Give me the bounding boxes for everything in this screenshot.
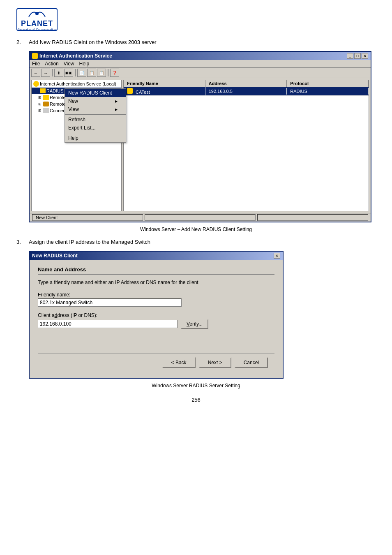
step2-header: 2. Add New RADIUS Cleint on the Windows … <box>16 39 376 45</box>
back-button[interactable]: < Back <box>162 357 196 368</box>
ctx-view[interactable]: View ▶ <box>65 105 126 113</box>
expand1: ⊞ <box>38 95 42 99</box>
toolbar-sep1 <box>52 69 53 76</box>
radius-clients-icon <box>40 88 46 93</box>
ias-titlebar: Internet Authentication Service _ □ × <box>30 52 371 60</box>
step2-text: Add New RADIUS Cleint on the Windows 200… <box>29 39 157 45</box>
fwd-btn[interactable]: → <box>41 69 50 77</box>
cancel-button[interactable]: Cancel <box>235 357 268 368</box>
column-headers: Friendly Name Address Protocol <box>124 80 369 87</box>
status-seg3 <box>257 214 368 221</box>
caption1: Windows Server – Add New RADIUS Client S… <box>16 227 376 232</box>
friendly-input[interactable] <box>38 298 182 307</box>
address-input[interactable] <box>38 320 178 328</box>
logo-wings <box>27 9 47 19</box>
friendly-label: Friendly name: <box>38 292 274 298</box>
radius-dialog: New RADIUS Client × Name and Address Typ… <box>29 251 284 379</box>
ctx-sep2 <box>65 133 126 133</box>
menu-help[interactable]: Help <box>79 61 90 67</box>
root-icon <box>33 81 39 87</box>
up-btn[interactable]: ⬆ <box>54 69 63 77</box>
ctx-refresh[interactable]: Refresh <box>65 116 126 124</box>
remote1-icon <box>43 95 49 100</box>
ctx-arrow2: ▶ <box>115 108 118 111</box>
tb-icon1[interactable]: ▣▣ <box>64 69 73 77</box>
status-seg2 <box>145 214 256 221</box>
context-menu: New RADIUS Client New ▶ View ▶ Refresh E… <box>65 88 126 143</box>
tb-icon2[interactable]: 📄 <box>77 69 86 77</box>
radius-body: Name and Address Type a friendly name an… <box>30 260 283 378</box>
ctx-arrow1: ▶ <box>115 99 118 103</box>
caption2: Windows Server RADIUS Server Setting <box>16 383 376 388</box>
ctx-help[interactable]: Help <box>65 134 126 142</box>
svg-point-0 <box>35 12 39 15</box>
data-row-0[interactable]: CATest 192.168.0.5 RADIUS <box>124 87 369 96</box>
window-title: Internet Authentication Service <box>39 53 112 59</box>
ctx-new-radius[interactable]: New RADIUS Client <box>65 89 126 97</box>
ctx-new[interactable]: New ▶ <box>65 97 126 105</box>
win-body: Internet Authentication Service (Local) … <box>30 78 371 213</box>
menu-action[interactable]: Action <box>45 61 58 67</box>
logo-tagline: Networking & Communication <box>18 28 56 31</box>
col-protocol: Protocol <box>287 80 369 87</box>
address-label: Client address (IP or DNS): <box>38 312 274 318</box>
connection-icon <box>43 108 49 113</box>
dialog-footer: < Back Next > Cancel <box>38 354 274 371</box>
tb-icon3[interactable]: 📋 <box>87 69 96 77</box>
titlebar-left: Internet Authentication Service <box>32 53 112 59</box>
right-pane-scroll[interactable] <box>124 96 369 211</box>
left-pane: Internet Authentication Service (Local) … <box>31 80 122 211</box>
page-number: 256 <box>16 397 376 403</box>
right-pane: Friendly Name Address Protocol CATest 19… <box>123 80 369 211</box>
radius-close[interactable]: × <box>274 253 280 259</box>
toolbar: ← → ⬆ ▣▣ 📄 📋 📋 ❓ <box>30 68 371 78</box>
row0-icon <box>127 88 133 94</box>
toolbar-sep2 <box>75 69 76 76</box>
verify-button[interactable]: Verify... <box>181 319 208 329</box>
row0-protocol: RADIUS <box>287 88 369 95</box>
maximize-btn[interactable]: □ <box>354 53 361 59</box>
back-btn[interactable]: ← <box>31 69 40 77</box>
tb-icon4[interactable]: 📋 <box>97 69 106 77</box>
toolbar-sep3 <box>108 69 108 76</box>
status-text: New Client <box>32 214 143 221</box>
tree-root[interactable]: Internet Authentication Service (Local) <box>32 80 121 88</box>
ctx-export[interactable]: Export List... <box>65 124 126 132</box>
menu-view[interactable]: View <box>64 61 74 67</box>
radius-titlebar: New RADIUS Client × <box>30 252 283 260</box>
step2-number: 2. <box>16 39 29 45</box>
section-label: Name and Address <box>38 266 274 275</box>
menubar: File Action View Help <box>30 60 371 68</box>
minimize-btn[interactable]: _ <box>347 53 353 59</box>
window-controls[interactable]: _ □ × <box>347 53 368 59</box>
menu-file[interactable]: File <box>32 61 40 67</box>
ias-window: Internet Authentication Service _ □ × Fi… <box>29 51 371 222</box>
row0-address: 192.168.0.5 <box>205 88 287 95</box>
title-icon <box>32 53 38 59</box>
address-row: Verify... <box>38 319 274 329</box>
next-button[interactable]: Next > <box>199 357 231 368</box>
step3-number: 3. <box>16 239 29 245</box>
statusbar: New Client <box>30 213 371 222</box>
expand2: ⊞ <box>38 102 42 106</box>
radius-title: New RADIUS Client <box>32 253 78 259</box>
remote2-icon <box>43 102 49 106</box>
step3-header: 3. Assign the client IP address to the M… <box>16 239 376 245</box>
tree-root-label: Internet Authentication Service (Local) <box>40 81 116 86</box>
expand3: ⊞ <box>38 109 42 113</box>
ctx-sep1 <box>65 114 126 115</box>
col-friendly: Friendly Name <box>124 80 205 87</box>
logo-box: PLANET Networking & Communication <box>16 8 58 31</box>
desc-text: Type a friendly name and either an IP Ad… <box>38 280 274 285</box>
logo-text: PLANET <box>21 19 53 28</box>
col-address: Address <box>205 80 287 87</box>
close-btn[interactable]: × <box>362 53 368 59</box>
step3-text: Assign the client IP address to the Mana… <box>29 239 150 245</box>
logo-area: PLANET Networking & Communication <box>16 8 376 31</box>
row0-name: CATest <box>124 87 205 95</box>
tb-help[interactable]: ❓ <box>110 69 119 77</box>
